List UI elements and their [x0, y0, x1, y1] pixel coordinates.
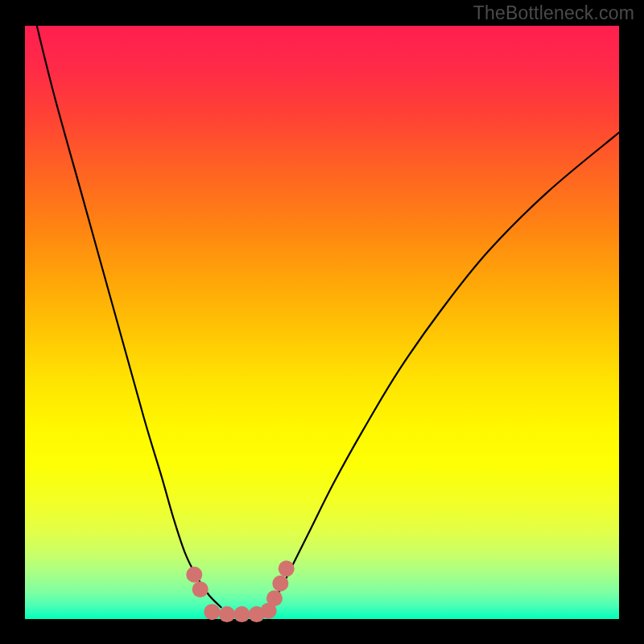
- valley-marker: [279, 560, 295, 576]
- chart-stage: TheBottleneck.com: [0, 0, 644, 644]
- valley-marker: [266, 590, 283, 606]
- watermark-text: TheBottleneck.com: [473, 2, 634, 24]
- valley-marker: [192, 581, 208, 597]
- plot-background: [25, 26, 619, 619]
- valley-marker: [272, 576, 288, 592]
- valley-marker: [186, 567, 202, 583]
- valley-marker: [204, 604, 220, 620]
- valley-marker: [233, 606, 250, 622]
- bottleneck-chart: [0, 0, 644, 644]
- valley-marker: [219, 606, 235, 622]
